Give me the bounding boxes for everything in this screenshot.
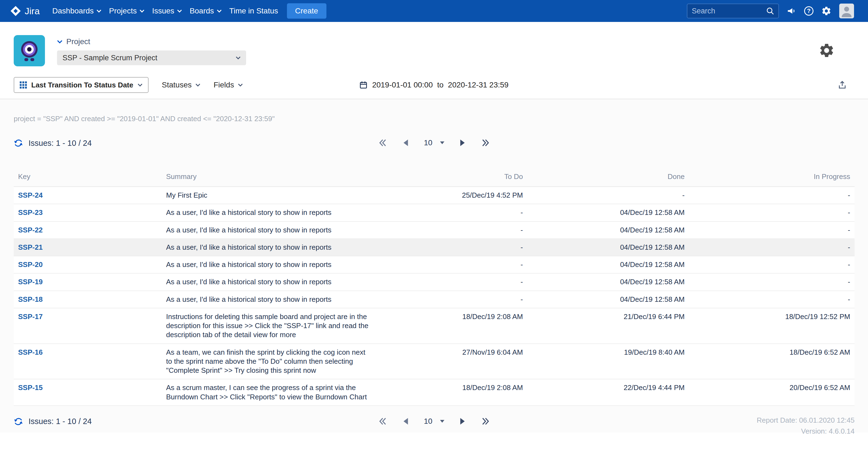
statuses-dropdown[interactable]: Statuses [162,81,200,89]
issue-todo-date: 25/Dec/19 4:52 PM [377,187,527,204]
nav-item[interactable]: Issues [152,7,182,16]
project-header: Project SSP - Sample Scrum Project [0,22,868,71]
issue-done-date: 19/Dec/19 8:40 AM [527,344,689,380]
search-input[interactable] [692,7,766,16]
chevron-down-icon [57,40,62,43]
issue-inprogress-date: - [689,187,855,204]
brand-label: Jira [25,6,40,17]
report-type-label: Last Transition To Status Date [31,81,133,89]
col-header-done[interactable]: Done [527,168,689,187]
last-page-button[interactable] [481,138,491,148]
issue-done-date: 22/Dec/19 4:44 PM [527,379,689,406]
nav-item-label: Projects [109,7,137,16]
first-page-icon [378,418,386,425]
report-type-dropdown[interactable]: Last Transition To Status Date [14,77,149,93]
search-icon[interactable] [766,7,774,15]
table-row: SSP-24 My First Epic 25/Dec/19 4:52 PM -… [14,187,855,204]
user-avatar[interactable] [839,4,854,18]
issue-key-link[interactable]: SSP-16 [18,348,43,356]
table-row: SSP-23 As a user, I'd like a historical … [14,204,855,221]
col-header-inprogress[interactable]: In Progress [689,168,855,187]
issue-key-link[interactable]: SSP-21 [18,243,43,251]
last-page-icon [482,139,490,147]
issue-inprogress-date: 18/Dec/19 6:52 AM [689,344,855,380]
col-header-todo[interactable]: To Do [377,168,527,187]
export-icon[interactable] [838,80,847,90]
page-size-select[interactable]: 10 [424,139,444,147]
chevron-down-icon [96,9,101,12]
nav-item[interactable]: Boards [190,7,222,16]
col-header-key[interactable]: Key [14,168,162,187]
pagination-row-top: Issues: 1 - 10 / 24 10 [14,136,855,153]
help-icon[interactable]: ? [804,6,813,16]
issues-count-label: Issues: 1 - 10 / 24 [29,417,92,426]
next-page-button[interactable] [459,138,466,148]
megaphone-icon[interactable] [786,6,797,16]
navbar-right: ? [687,4,854,18]
last-page-button[interactable] [481,416,491,426]
prev-page-button[interactable] [402,417,409,426]
prev-page-button[interactable] [402,138,409,148]
issue-summary: As a scrum master, I can see the progres… [162,379,377,406]
fields-dropdown[interactable]: Fields [214,81,243,89]
issues-count: Issues: 1 - 10 / 24 [14,417,92,426]
top-navbar: Jira Dashboards Projects Issues Boards T… [0,0,868,22]
report-date: Report Date: 06.01.2020 12:45 [757,415,855,426]
first-page-button[interactable] [377,138,388,148]
issue-summary: Instructions for deleting this sample bo… [162,308,377,344]
next-page-icon [460,418,465,425]
grid-icon [20,82,27,89]
create-button[interactable]: Create [287,3,327,19]
page-size-select[interactable]: 10 [424,417,444,426]
nav-item-label: Time in Status [229,7,278,16]
app-root: Jira Dashboards Projects Issues Boards T… [0,0,868,455]
project-meta: Project SSP - Sample Scrum Project [57,35,246,65]
refresh-icon[interactable] [14,417,23,426]
key-cell: SSP-24 [14,187,162,204]
issue-todo-date: - [377,221,527,239]
issue-todo-date: - [377,273,527,291]
issue-summary: As a team, we can finish the sprint by c… [162,344,377,380]
issue-key-link[interactable]: SSP-20 [18,261,43,269]
project-avatar[interactable] [14,35,45,66]
nav-item[interactable]: Projects [109,7,145,16]
settings-gear-icon[interactable] [818,42,835,59]
issue-key-link[interactable]: SSP-17 [18,312,43,321]
chevron-down-icon [238,83,243,87]
refresh-icon[interactable] [14,139,23,148]
first-page-button[interactable] [377,416,388,426]
gear-icon[interactable] [821,6,832,16]
issue-summary: As a user, I'd like a historical story t… [162,204,377,221]
issue-key-link[interactable]: SSP-24 [18,191,43,199]
project-section-label: Project [66,37,90,46]
nav-item[interactable]: Time in Status [229,7,278,16]
project-select[interactable]: SSP - Sample Scrum Project [57,51,246,65]
calendar-icon [359,81,368,89]
issue-inprogress-date: 18/Dec/19 12:52 PM [689,308,855,344]
issue-done-date: 04/Dec/19 12:58 AM [527,239,689,256]
nav-item[interactable]: Dashboards [52,7,101,16]
issue-todo-date: - [377,291,527,308]
table-row: SSP-15 As a scrum master, I can see the … [14,379,855,406]
issue-summary: As a user, I'd like a historical story t… [162,239,377,256]
col-header-summary[interactable]: Summary [162,168,377,187]
issue-summary: As a user, I'd like a historical story t… [162,256,377,273]
issue-key-link[interactable]: SSP-18 [18,295,43,303]
key-cell: SSP-22 [14,221,162,239]
key-cell: SSP-18 [14,291,162,308]
issue-key-link[interactable]: SSP-23 [18,208,43,216]
nav-item-label: Boards [190,7,214,16]
pagination-row-bottom: Issues: 1 - 10 / 24 10 [14,415,855,437]
issue-summary: My First Epic [162,187,377,204]
jira-brand[interactable]: Jira [10,5,40,17]
issue-inprogress-date: - [689,256,855,273]
issue-key-link[interactable]: SSP-15 [18,384,43,392]
next-page-button[interactable] [459,417,466,426]
chevron-down-icon [236,56,241,59]
key-cell: SSP-16 [14,344,162,380]
project-section-toggle[interactable]: Project [57,37,246,46]
issue-key-link[interactable]: SSP-19 [18,278,43,286]
date-range-picker[interactable]: 2019-01-01 00:00 to 2020-12-31 23:59 [359,81,509,89]
jql-query-text: project = "SSP" AND created >= "2019-01-… [14,115,855,123]
issue-key-link[interactable]: SSP-22 [18,226,43,234]
